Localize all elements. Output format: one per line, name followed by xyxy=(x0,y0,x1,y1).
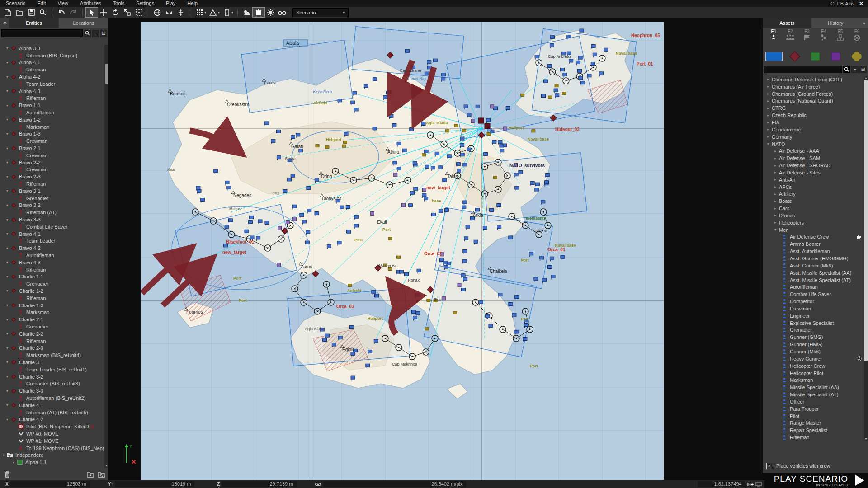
entity-row[interactable]: Rifleman xyxy=(0,95,104,102)
blufor-unit-marker[interactable] xyxy=(512,313,516,316)
delete-entity-button[interactable] xyxy=(3,470,12,479)
entity-row[interactable]: Team Leader xyxy=(0,80,104,88)
entity-row[interactable]: ▾Charlie 3-1 xyxy=(0,359,104,366)
blufor-unit-marker[interactable] xyxy=(399,270,403,273)
objective-marker[interactable] xyxy=(487,133,491,136)
asset-row[interactable]: ▸Gendarmerie xyxy=(763,126,863,133)
blufor-unit-marker[interactable] xyxy=(344,132,348,136)
grid-snap-caret-icon[interactable]: ▾ xyxy=(204,10,206,14)
asset-row[interactable]: Gunner (GMG) xyxy=(763,333,863,341)
blufor-unit-marker[interactable] xyxy=(547,65,552,68)
terrain-globe-tool[interactable] xyxy=(151,8,163,17)
asset-row[interactable]: Pilot xyxy=(763,413,863,420)
blufor-unit-marker[interactable] xyxy=(250,216,254,219)
side-opfor-button[interactable] xyxy=(786,52,803,61)
blufor-unit-marker[interactable] xyxy=(425,165,429,168)
asset-row[interactable]: ▸Helicopters xyxy=(763,219,863,226)
entity-row[interactable]: ▾Charlie 1-2 xyxy=(0,287,104,295)
entity-row[interactable]: ▾Alpha 3-3 xyxy=(0,45,104,52)
select-tool[interactable] xyxy=(86,8,98,17)
weather-button[interactable] xyxy=(241,8,253,17)
objective-marker[interactable] xyxy=(388,267,392,270)
blufor-unit-marker[interactable] xyxy=(550,257,554,260)
objective-marker[interactable] xyxy=(316,145,319,147)
entity-row[interactable]: ▾Bravo 3-3 xyxy=(0,216,104,223)
rotate-tool[interactable] xyxy=(109,8,121,17)
entity-row[interactable]: Combat Life Saver xyxy=(0,223,104,230)
asset-row[interactable]: Explosive Specialist xyxy=(763,319,863,327)
asset-row[interactable]: ▸APCs xyxy=(763,183,863,191)
entity-row[interactable]: ▾Bravo 2-1 xyxy=(0,145,104,152)
entity-row[interactable]: Pilot (BIS_Neophron_KillerD xyxy=(0,423,104,430)
blufor-unit-marker[interactable] xyxy=(463,250,467,253)
asset-row[interactable]: Autorifleman xyxy=(763,283,863,291)
entity-row[interactable]: ▾Charlie 4-1 xyxy=(0,402,104,409)
blufor-unit-marker[interactable] xyxy=(435,152,439,155)
blufor-unit-marker[interactable] xyxy=(591,62,595,65)
tab-assets[interactable]: Assets xyxy=(763,18,811,28)
surface-snap-tool[interactable] xyxy=(163,8,175,17)
blufor-unit-marker[interactable] xyxy=(599,72,604,75)
blufor-unit-marker[interactable] xyxy=(225,225,229,228)
blufor-unit-marker[interactable] xyxy=(542,94,546,98)
blufor-unit-marker[interactable] xyxy=(460,153,464,156)
blufor-unit-marker[interactable] xyxy=(442,73,446,76)
side-empty-button[interactable] xyxy=(848,52,865,61)
entity-row[interactable]: ▾Charlie 2-2 xyxy=(0,330,104,338)
blufor-unit-marker[interactable] xyxy=(500,149,504,152)
asset-row[interactable]: Crewman xyxy=(763,305,863,312)
blufor-unit-marker[interactable] xyxy=(347,230,351,233)
blufor-unit-marker[interactable] xyxy=(506,106,510,109)
blufor-unit-marker[interactable] xyxy=(474,240,478,243)
collapse-all-button[interactable]: − xyxy=(92,30,99,37)
blufor-unit-marker[interactable] xyxy=(372,290,376,293)
blufor-unit-marker[interactable] xyxy=(462,288,466,291)
blufor-unit-marker[interactable] xyxy=(351,101,355,104)
entity-row[interactable]: ▾Bravo 3-2 xyxy=(0,202,104,209)
ruler-tool[interactable] xyxy=(221,8,232,17)
entity-row[interactable]: Marksman (BIS_reUnit4) xyxy=(0,352,104,359)
asset-row[interactable]: ▸Chenarus Defense Force (CDF) xyxy=(763,76,863,83)
blufor-unit-marker[interactable] xyxy=(323,338,327,341)
edit-layer-button[interactable] xyxy=(97,470,106,479)
entity-row[interactable]: To-199 Neophron (CAS) (BIS_Neophr xyxy=(0,445,104,452)
blufor-unit-marker[interactable] xyxy=(424,197,428,200)
asset-row[interactable]: Helicopter Crew xyxy=(763,362,863,370)
blufor-unit-marker[interactable] xyxy=(443,178,447,182)
collapse-panel-button[interactable]: « xyxy=(0,18,9,28)
new-scenario-button[interactable] xyxy=(2,8,14,17)
blufor-unit-marker[interactable] xyxy=(291,136,295,139)
blufor-unit-marker[interactable] xyxy=(413,316,417,319)
angle-snap-caret-icon[interactable]: ▾ xyxy=(218,10,220,14)
asset-row[interactable]: Grenadier xyxy=(763,327,863,334)
blufor-unit-marker[interactable] xyxy=(375,294,379,297)
asset-row[interactable]: ▸Air Defense - AAA xyxy=(763,147,863,155)
new-layer-button[interactable] xyxy=(86,470,95,479)
asset-row[interactable]: ▸Anti-Air xyxy=(763,176,863,183)
blufor-unit-marker[interactable] xyxy=(351,352,355,355)
entity-row[interactable]: ▾Charlie 1-1 xyxy=(0,273,104,281)
blufor-unit-marker[interactable] xyxy=(497,225,501,229)
assets-collapse-all-button[interactable]: − xyxy=(851,66,859,73)
blufor-unit-marker[interactable] xyxy=(227,186,231,189)
entity-row[interactable]: ▾Bravo 2-2 xyxy=(0,159,104,166)
blufor-unit-marker[interactable] xyxy=(461,274,465,277)
asset-row[interactable]: ▸Drones xyxy=(763,212,863,219)
blufor-unit-marker[interactable] xyxy=(417,269,421,272)
blufor-unit-marker[interactable] xyxy=(497,204,501,207)
blufor-unit-marker[interactable] xyxy=(550,44,554,47)
area-select-tool[interactable] xyxy=(133,8,145,17)
play-scenario-button[interactable]: PLAY SCENARIO IN SINGLEPLAYER xyxy=(763,473,868,488)
blufor-unit-marker[interactable] xyxy=(431,213,435,216)
blufor-unit-marker[interactable] xyxy=(529,252,533,255)
blufor-unit-marker[interactable] xyxy=(306,230,310,234)
blufor-unit-marker[interactable] xyxy=(498,141,502,144)
blufor-unit-marker[interactable] xyxy=(439,210,443,213)
blufor-unit-marker[interactable] xyxy=(350,326,354,329)
blufor-unit-marker[interactable] xyxy=(353,91,357,94)
blufor-unit-marker[interactable] xyxy=(299,149,303,152)
asset-row[interactable]: Missile Specialist (AA) xyxy=(763,384,863,391)
trigger-area[interactable] xyxy=(532,28,636,123)
blufor-unit-marker[interactable] xyxy=(433,59,437,62)
objective-marker[interactable] xyxy=(326,146,329,149)
